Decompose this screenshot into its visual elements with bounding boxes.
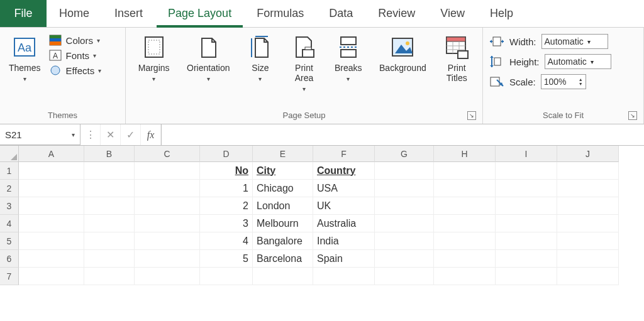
height-select[interactable]: Automatic▾ <box>545 54 611 69</box>
cell[interactable]: London <box>253 197 313 215</box>
tab-review[interactable]: Review <box>365 0 428 27</box>
cell[interactable]: UK <box>313 197 375 215</box>
row-header[interactable]: 2 <box>0 180 19 197</box>
cell[interactable] <box>19 250 84 268</box>
tab-page-layout[interactable]: Page Layout <box>155 0 244 27</box>
column-header[interactable]: B <box>84 146 135 162</box>
margins-button[interactable]: Margins ▾ <box>133 30 175 86</box>
cell[interactable] <box>375 250 434 268</box>
cell[interactable] <box>19 197 84 215</box>
scale-spinner[interactable]: 100% ▲▼ <box>541 74 586 89</box>
cell[interactable] <box>84 232 135 250</box>
cell[interactable] <box>375 215 434 232</box>
cell[interactable] <box>253 268 313 285</box>
cell[interactable] <box>434 268 496 285</box>
cell[interactable]: Chicago <box>253 180 313 197</box>
cell[interactable] <box>135 215 200 232</box>
cell[interactable]: 1 <box>200 180 253 197</box>
column-header[interactable]: I <box>496 146 557 162</box>
cell[interactable] <box>375 162 434 180</box>
column-header[interactable]: G <box>375 146 434 162</box>
cell[interactable] <box>135 232 200 250</box>
cell[interactable] <box>135 162 200 180</box>
colors-button[interactable]: Colors ▾ <box>48 34 102 46</box>
row-header[interactable]: 6 <box>0 250 19 268</box>
dialog-launcher-icon[interactable]: ↘ <box>628 111 637 120</box>
cell[interactable] <box>375 180 434 197</box>
cell[interactable] <box>19 232 84 250</box>
tab-view[interactable]: View <box>428 0 477 27</box>
effects-button[interactable]: Effects ▾ <box>48 64 102 77</box>
cell[interactable] <box>135 250 200 268</box>
cell[interactable] <box>557 215 619 232</box>
tab-data[interactable]: Data <box>316 0 365 27</box>
cell[interactable] <box>375 232 434 250</box>
tab-file[interactable]: File <box>0 0 47 27</box>
column-header[interactable]: D <box>200 146 253 162</box>
row-header[interactable]: 1 <box>0 162 19 180</box>
formula-options-icon[interactable]: ⋮ <box>80 124 101 145</box>
cell[interactable] <box>496 250 557 268</box>
cell[interactable] <box>19 215 84 232</box>
cell[interactable] <box>135 197 200 215</box>
tab-formulas[interactable]: Formulas <box>244 0 316 27</box>
cell[interactable] <box>557 250 619 268</box>
cell[interactable] <box>19 180 84 197</box>
cell[interactable]: India <box>313 232 375 250</box>
cell[interactable]: Australia <box>313 215 375 232</box>
row-header[interactable]: 4 <box>0 215 19 232</box>
column-header[interactable]: J <box>557 146 619 162</box>
cell[interactable]: Bangalore <box>253 232 313 250</box>
cell[interactable] <box>84 250 135 268</box>
background-button[interactable]: Background <box>374 30 431 77</box>
cell[interactable] <box>557 180 619 197</box>
cell[interactable] <box>434 250 496 268</box>
cancel-icon[interactable]: ✕ <box>101 124 121 145</box>
cell[interactable] <box>84 215 135 232</box>
cell[interactable] <box>434 197 496 215</box>
cell[interactable]: 2 <box>200 197 253 215</box>
cell[interactable] <box>434 232 496 250</box>
cell[interactable]: Melbourn <box>253 215 313 232</box>
cell[interactable]: 5 <box>200 250 253 268</box>
column-header[interactable]: E <box>253 146 313 162</box>
select-all-corner[interactable] <box>0 146 19 162</box>
cell[interactable] <box>434 215 496 232</box>
cell[interactable]: Spain <box>313 250 375 268</box>
cell[interactable] <box>496 162 557 180</box>
cell[interactable] <box>135 268 200 285</box>
themes-button[interactable]: Aa Themes ▾ <box>4 30 46 86</box>
cell[interactable] <box>496 197 557 215</box>
size-button[interactable]: Size ▾ <box>242 30 279 86</box>
spinner-buttons[interactable]: ▲▼ <box>579 77 583 86</box>
cell[interactable] <box>434 162 496 180</box>
cell[interactable] <box>496 268 557 285</box>
cell[interactable] <box>557 232 619 250</box>
formula-input[interactable] <box>161 124 644 145</box>
print-titles-button[interactable]: Print Titles <box>438 30 475 87</box>
cell[interactable] <box>84 268 135 285</box>
row-header[interactable]: 5 <box>0 232 19 250</box>
row-header[interactable]: 3 <box>0 197 19 215</box>
cell[interactable]: 4 <box>200 232 253 250</box>
cell[interactable]: City <box>253 162 313 180</box>
print-area-button[interactable]: Print Area ▾ <box>286 30 322 96</box>
cell[interactable] <box>557 162 619 180</box>
cell[interactable] <box>135 180 200 197</box>
cell[interactable] <box>496 232 557 250</box>
cell[interactable]: No <box>200 162 253 180</box>
cell[interactable]: Country <box>313 162 375 180</box>
column-header[interactable]: C <box>135 146 200 162</box>
cell[interactable] <box>496 215 557 232</box>
cell[interactable] <box>84 162 135 180</box>
fonts-button[interactable]: A Fonts ▾ <box>48 49 102 62</box>
cell[interactable] <box>434 180 496 197</box>
column-header[interactable]: A <box>19 146 84 162</box>
width-select[interactable]: Automatic▾ <box>541 34 608 49</box>
tab-insert[interactable]: Insert <box>102 0 155 27</box>
cell[interactable]: 3 <box>200 215 253 232</box>
tab-help[interactable]: Help <box>477 0 526 27</box>
column-header[interactable]: F <box>313 146 375 162</box>
enter-icon[interactable]: ✓ <box>121 124 141 145</box>
breaks-button[interactable]: Breaks ▾ <box>330 30 367 86</box>
